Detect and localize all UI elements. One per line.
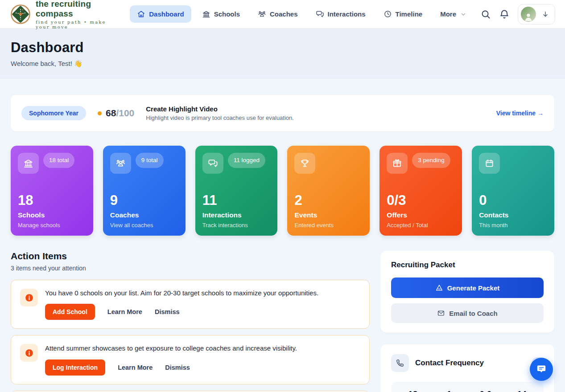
generate-packet-button[interactable]: Generate Packet (391, 278, 544, 298)
freq-stat-value: 1 (431, 389, 468, 392)
email-to-coach-button[interactable]: Email to Coach (391, 303, 544, 323)
interactions-icon (202, 153, 223, 174)
brand-text: the recruiting compass find your path • … (36, 0, 112, 29)
top-nav: the recruiting compass find your path • … (0, 0, 565, 29)
dismiss-button[interactable]: Dismiss (155, 308, 180, 315)
stat-card-interactions[interactable]: 11 logged11InteractionsTrack interaction… (195, 146, 278, 236)
user-avatar (521, 7, 536, 22)
phase-task-subtitle: Highlight video is primary tool coaches … (146, 114, 294, 121)
freq-stat-value: 0.6 (467, 389, 504, 392)
dismiss-button[interactable]: Dismiss (165, 364, 190, 371)
calendar-icon (479, 153, 500, 174)
school-icon (18, 153, 39, 174)
action-item-card: Create a highlight video to showcase you… (11, 391, 370, 392)
trophy-icon (294, 153, 315, 174)
stat-number: 11 (202, 193, 271, 207)
stat-card-schools[interactable]: 18 total18SchoolsManage schools (11, 146, 93, 236)
stat-badge: 3 pending (412, 153, 450, 168)
freq-stat-value: 14 (504, 389, 540, 392)
action-items-subtitle: 3 items need your attention (11, 265, 370, 272)
contact-frequency-stats: 18Total Logged1Last 7 Days0.6Avg/Month14 (391, 382, 544, 392)
welcome-message: Welcome back, Test! 👋 (11, 60, 554, 68)
stat-label: Interactions (202, 211, 271, 219)
stat-sublabel: Manage schools (18, 222, 86, 229)
freq-stat: 1Last 7 Days (431, 389, 468, 392)
nav-item-more[interactable]: More (433, 6, 474, 22)
freq-stat: 14 (504, 389, 540, 392)
stat-label: Contacts (479, 211, 547, 219)
nav-menu: DashboardSchoolsCoachesInteractionsTimel… (130, 5, 474, 23)
nav-item-label: Coaches (270, 10, 298, 18)
brand-tagline: find your path • make your move (36, 20, 112, 29)
interactions-icon (316, 10, 324, 18)
info-icon (20, 289, 38, 306)
nav-item-label: Interactions (328, 10, 366, 18)
stat-number: 18 (18, 193, 86, 207)
generate-packet-label: Generate Packet (447, 284, 500, 292)
nav-item-interactions[interactable]: Interactions (309, 5, 373, 23)
nav-item-dashboard[interactable]: Dashboard (130, 5, 191, 23)
stat-sublabel: This month (479, 222, 547, 229)
coaches-icon (258, 10, 266, 18)
stat-number: 2 (294, 193, 363, 207)
stat-sublabel: Entered events (294, 222, 363, 229)
info-icon (20, 344, 38, 362)
stat-badge: 9 total (136, 153, 164, 168)
compass-logo-icon (10, 4, 31, 25)
stat-badge: 18 total (43, 153, 74, 168)
action-item-card: Attend summer showcases to get exposure … (11, 335, 370, 384)
stat-sublabel: Track interactions (202, 222, 271, 229)
stat-label: Schools (18, 211, 86, 219)
main-content: Sophomore Year 68/100 Create Highlight V… (0, 95, 565, 392)
stat-badge: 11 logged (228, 153, 265, 168)
stats-grid: 18 total18SchoolsManage schools9 total9C… (11, 146, 554, 236)
packet-icon (435, 284, 443, 292)
phase-banner: Sophomore Year 68/100 Create Highlight V… (11, 95, 554, 131)
phase-info: Create Highlight Video Highlight video i… (146, 105, 294, 121)
chat-fab-button[interactable] (530, 358, 553, 381)
action-item-card: You have 0 schools on your list. Aim for… (11, 280, 370, 329)
stat-label: Coaches (110, 211, 178, 219)
stat-number: 0/3 (387, 193, 455, 207)
action-items-title: Action Items (11, 251, 370, 261)
score-group: 68/100 (98, 108, 134, 118)
search-icon[interactable] (480, 9, 491, 20)
stat-card-contacts[interactable]: 0ContactsThis month (472, 146, 554, 236)
timeline-icon (384, 10, 392, 18)
arrow-down-icon (541, 10, 549, 18)
phone-icon (391, 354, 409, 372)
phase-badge: Sophomore Year (21, 106, 86, 120)
learn-more-button[interactable]: Learn More (118, 364, 153, 371)
freq-stat-value: 18 (395, 389, 431, 392)
nav-right (480, 4, 555, 24)
brand-title: the recruiting compass (36, 0, 112, 19)
nav-item-label: Schools (214, 10, 240, 18)
nav-item-label: More (440, 10, 456, 18)
email-to-coach-label: Email to Coach (449, 310, 497, 317)
nav-item-timeline[interactable]: Timeline (376, 5, 430, 23)
learn-more-button[interactable]: Learn More (107, 308, 142, 315)
freq-stat: 18Total Logged (395, 389, 431, 392)
page-header: Dashboard Welcome back, Test! 👋 (0, 29, 565, 78)
phase-task-title: Create Highlight Video (146, 105, 294, 113)
stat-card-events[interactable]: 2EventsEntered events (287, 146, 370, 236)
bell-icon[interactable] (499, 9, 510, 20)
brand-logo-group[interactable]: the recruiting compass find your path • … (10, 0, 112, 29)
mail-icon (437, 309, 445, 317)
stat-card-coaches[interactable]: 9 total9CoachesView all coaches (103, 146, 186, 236)
action-items-section: Action Items 3 items need your attention… (11, 251, 370, 392)
add-school-button[interactable]: Add School (45, 304, 95, 320)
school-icon (202, 10, 210, 18)
score-value: 68 (106, 108, 116, 118)
stat-number: 0 (479, 193, 547, 207)
nav-item-coaches[interactable]: Coaches (251, 5, 305, 23)
log-interaction-button[interactable]: Log Interaction (45, 359, 105, 376)
nav-item-schools[interactable]: Schools (195, 5, 247, 23)
user-menu[interactable] (518, 4, 555, 24)
chat-icon (536, 364, 547, 375)
stat-number: 9 (110, 193, 178, 207)
view-timeline-link[interactable]: View timeline → (496, 110, 544, 117)
coaches-icon (110, 153, 131, 174)
stat-card-offers[interactable]: 3 pending0/3OffersAccepted / Total (379, 146, 462, 236)
nav-item-label: Timeline (396, 10, 423, 18)
